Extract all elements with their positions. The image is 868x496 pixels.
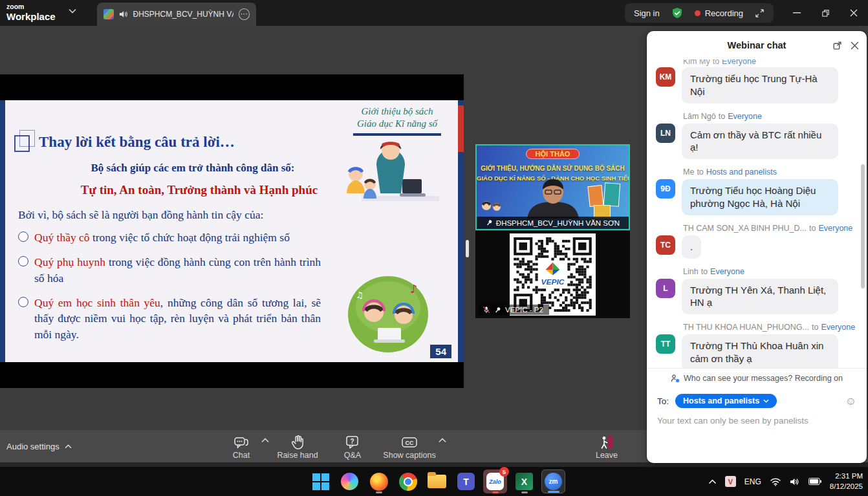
workspace-chevron-icon[interactable] xyxy=(69,8,76,14)
minimize-button[interactable] xyxy=(783,0,811,26)
slide-accent-line: Tự tin, An toàn, Trưởng thành và Hạnh ph… xyxy=(44,183,354,197)
battery-icon[interactable] xyxy=(808,478,821,485)
message-audience[interactable]: Everyone xyxy=(821,323,855,332)
fullscreen-icon[interactable] xyxy=(755,8,765,18)
chat-message: TH THU KHOA HUAN_PHUONG... to Everyone T… xyxy=(656,323,858,368)
chat-scrollbar[interactable] xyxy=(861,164,865,288)
leave-icon xyxy=(580,433,634,451)
sign-in-button[interactable]: Sign in xyxy=(634,8,660,18)
excel-icon[interactable]: X xyxy=(512,469,536,493)
zalo-badge: 5 xyxy=(499,467,509,477)
svg-text:♪: ♪ xyxy=(410,282,418,296)
bullet-ring-icon xyxy=(18,256,28,266)
chat-compose: To: Hosts and panelists ☺ Your text can … xyxy=(647,387,867,426)
teams-icon[interactable]: T xyxy=(454,469,478,493)
copilot-icon[interactable] xyxy=(338,469,362,493)
zoom-app-icon[interactable]: zm xyxy=(541,469,565,493)
language-indicator[interactable]: ENG xyxy=(744,477,761,486)
message-audience[interactable]: Everyone xyxy=(728,112,762,121)
qr-tile-name: VEPIC - P2 xyxy=(505,306,543,314)
chat-message: Lâm Ngô to Everyone LN Cảm ơn thầy và BT… xyxy=(656,112,858,160)
message-audience[interactable]: Hosts and panelists xyxy=(706,167,777,177)
restore-button[interactable] xyxy=(811,0,840,26)
close-button[interactable] xyxy=(840,0,868,26)
chat-message: Linh to Everyone L Trường TH Yên Xá, Tha… xyxy=(656,267,858,315)
avatar: KM xyxy=(656,67,675,87)
captions-chevron-up-icon[interactable] xyxy=(439,438,446,443)
windows-taskbar: T Zalo 5 X zm V ENG 2:31 PM 8/12/2025 xyxy=(0,467,868,496)
message-audience[interactable]: Everyone xyxy=(710,267,744,276)
v-app-icon[interactable]: V xyxy=(725,476,736,487)
recipient-selector[interactable]: Hosts and panelists xyxy=(675,394,777,408)
chat-button[interactable]: Chat xyxy=(214,433,268,460)
chevron-up-icon[interactable] xyxy=(65,444,72,449)
leave-button[interactable]: Leave xyxy=(580,433,634,460)
pin-icon xyxy=(486,219,493,226)
message-bubble: Trường Tiểu học Hoàng Diệu phường Ngọc H… xyxy=(682,179,838,215)
meeting-app-icon xyxy=(103,9,114,19)
chat-message-list[interactable]: Kim My to Everyone KM Trường tiểu học Tr… xyxy=(647,59,867,368)
popout-icon[interactable] xyxy=(832,41,842,50)
volume-icon[interactable] xyxy=(790,477,800,486)
book-graphic xyxy=(587,185,603,207)
resize-handle[interactable] xyxy=(466,240,469,257)
recording-dot-icon xyxy=(695,10,700,16)
chrome-icon[interactable] xyxy=(396,469,420,493)
privacy-notice[interactable]: Who can see your messages? Recording on xyxy=(647,368,867,387)
close-chat-icon[interactable] xyxy=(851,41,859,50)
zalo-icon[interactable]: Zalo 5 xyxy=(483,469,507,493)
shield-check-icon[interactable] xyxy=(671,7,683,19)
message-sender: TH CAM SON_XA BINH PHU_D... xyxy=(683,224,807,233)
qr-video-tile[interactable]: VEPIC VEPIC - P2 xyxy=(475,231,630,318)
chat-bottom-space xyxy=(647,426,867,463)
message-audience[interactable]: Everyone xyxy=(818,224,852,233)
raise-hand-icon xyxy=(270,433,325,451)
video-name-label: ĐHSPHCM_BCV_HUỲNH VĂN SƠN xyxy=(477,217,629,229)
start-button[interactable] xyxy=(309,469,332,493)
bullet-lead: Quý em học sinh thân yêu xyxy=(34,296,160,309)
slide-bullet-list: Quý thầy cô trong việc tổ chức hoạt động… xyxy=(18,230,321,351)
message-sender: TH THU KHOA HUAN_PHUONG... xyxy=(683,323,809,332)
recipient-value: Hosts and panelists xyxy=(683,396,759,405)
avatar: TT xyxy=(656,334,675,354)
firefox-icon[interactable] xyxy=(367,469,391,493)
zoom-workplace-logo: zoom Workplace xyxy=(6,3,56,21)
captions-button[interactable]: CC Show captions xyxy=(380,433,439,460)
slide-left-bar xyxy=(0,100,5,362)
emoji-icon[interactable]: ☺ xyxy=(845,396,856,407)
explorer-icon[interactable] xyxy=(425,469,449,493)
chat-chevron-up-icon[interactable] xyxy=(261,438,269,443)
qr-code: VEPIC xyxy=(510,233,596,316)
wifi-icon[interactable] xyxy=(770,477,781,486)
svg-text:CC: CC xyxy=(406,440,414,446)
raise-hand-button[interactable]: Raise hand xyxy=(270,433,325,460)
presentation-area: Giới thiệu bộ sách Giáo dục Kĩ năng số T… xyxy=(0,74,464,388)
qa-icon: ? xyxy=(325,433,380,451)
chat-label: Chat xyxy=(214,451,268,460)
message-audience[interactable]: Everyone xyxy=(722,59,756,66)
vepic-logo: VEPIC xyxy=(539,262,567,288)
tab-more-icon[interactable]: ⋯ xyxy=(239,8,250,20)
recording-indicator[interactable]: Recording xyxy=(695,8,743,18)
bullet-lead: Quý phụ huynh xyxy=(34,255,105,268)
kids-circle-illustration: ♪ ♫ xyxy=(347,275,429,354)
bullet-rest: trong việc tổ chức hoạt động trải nghiệm… xyxy=(90,231,290,244)
speaker-video-tile[interactable]: HỘI THẢO GIỚI THIỆU, HƯỚNG DẪN SỬ DỤNG B… xyxy=(475,144,630,230)
chat-icon xyxy=(214,433,268,451)
webinar-chat-panel: Webinar chat Kim My to Everyone KM Trườn… xyxy=(647,31,867,463)
meeting-tab[interactable]: ĐHSPHCM_BCV_HUỲNH VĂI ⋯ xyxy=(97,3,256,26)
tray-chevron-icon[interactable] xyxy=(708,479,717,484)
video-banner-line1: GIỚI THIỆU, HƯỚNG DẪN SỬ DỤNG BỘ SÁCH xyxy=(477,165,629,172)
audio-playing-icon xyxy=(119,10,128,19)
qa-button[interactable]: ? Q&A xyxy=(325,433,380,460)
audio-settings-button[interactable]: Audio settings xyxy=(6,430,72,462)
clock[interactable]: 2:31 PM 8/12/2025 xyxy=(830,471,863,491)
message-header: Linh to Everyone xyxy=(683,267,858,276)
pin-icon xyxy=(494,307,501,314)
message-sender: Kim My xyxy=(683,59,710,66)
message-to-word: to xyxy=(697,167,703,177)
message-input[interactable]: Your text can only be seen by panelists xyxy=(657,416,856,426)
slide-corner-line1: Giới thiệu bộ sách xyxy=(353,105,441,118)
message-bubble: Trường TH Yên Xá, Thanh Liệt, HN ạ xyxy=(682,279,838,315)
captions-label: Show captions xyxy=(380,451,439,460)
